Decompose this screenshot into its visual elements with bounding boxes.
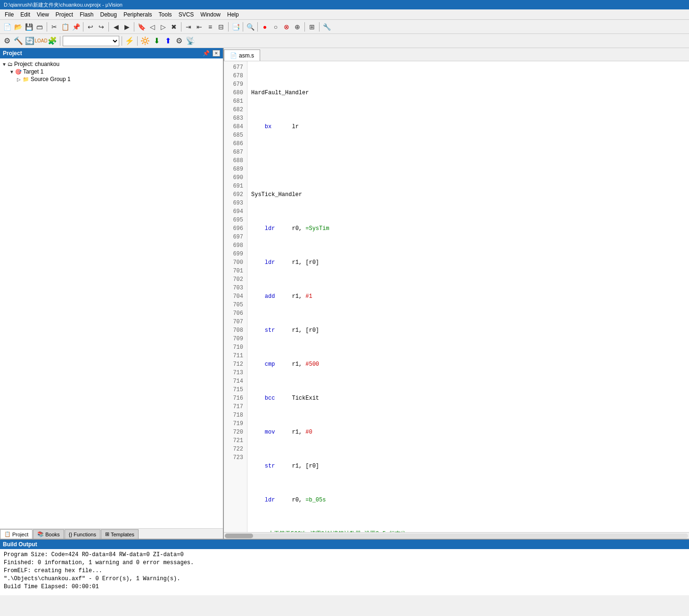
close-panel-btn[interactable]: ✕ [213, 50, 220, 57]
sep11 [60, 36, 60, 46]
redo-btn[interactable]: ↪ [96, 22, 107, 32]
code-line-685 [251, 207, 685, 216]
manage-btn[interactable]: 🧩 [47, 36, 57, 46]
cut-btn[interactable]: ✂ [49, 22, 59, 32]
build-line-3: FromELF: creating hex file... [4, 567, 685, 575]
menu-flash[interactable]: Flash [77, 10, 96, 19]
scroll-track[interactable] [225, 534, 688, 538]
code-line-684: SysTick_Handler [251, 190, 685, 199]
target-icon: 🎯 [15, 69, 22, 75]
code-line-688: ldr r1, [r0] [251, 258, 685, 267]
tab-books[interactable]: 📚 Books [33, 529, 64, 539]
code-line-700: str r1, [r0] [251, 462, 685, 470]
prev-bookmark-btn[interactable]: ◁ [147, 22, 157, 32]
menu-window[interactable]: Window [197, 10, 223, 19]
code-line-694: cmp r1, #500 [251, 360, 685, 369]
toolbar1: 📄 📂 💾 🗃 ✂ 📋 📌 ↩ ↪ ◀ ▶ 🔖 ◁ ▷ ✖ ⇥ ⇤ ≡ ⊟ 📑 … [0, 20, 689, 34]
code-line-696: bcc TickExit [251, 394, 685, 402]
build-all-btn[interactable]: ⚙ [2, 36, 12, 46]
menu-debug[interactable]: Debug [98, 10, 120, 19]
undo-btn[interactable]: ↩ [85, 22, 96, 32]
menu-view[interactable]: View [34, 10, 52, 19]
save-btn[interactable]: 💾 [24, 22, 34, 32]
clear-bookmarks-btn[interactable]: ✖ [169, 22, 179, 32]
code-scrollbar[interactable] [224, 532, 689, 539]
code-line-683 [251, 173, 685, 182]
editor-tabs: 📄 asm.s [224, 48, 689, 61]
code-line-698: mov r1, #0 [251, 428, 685, 436]
download-btn[interactable]: ⬇ [151, 36, 162, 46]
paste-btn[interactable]: 📌 [71, 22, 81, 32]
debug-settings-btn[interactable]: ⚙ [174, 36, 184, 46]
sep7 [243, 22, 243, 32]
menu-project[interactable]: Project [53, 10, 76, 19]
line-numbers: 677 678 679 680 681 682 683 684 685 686 … [224, 61, 247, 532]
target-select[interactable]: Target 1 [63, 36, 119, 46]
save-all-btn[interactable]: 🗃 [34, 22, 45, 32]
code-line-697 [251, 411, 685, 419]
code-line-689 [251, 275, 685, 284]
source-group-label: Source Group 1 [31, 76, 71, 82]
nav-fwd-btn[interactable]: ▶ [122, 22, 132, 32]
load-btn[interactable]: LOAD [36, 36, 46, 46]
pin-icon: 📌 [203, 50, 210, 57]
indent-btn[interactable]: ⇥ [183, 22, 194, 32]
tab-functions[interactable]: {} Functions [65, 529, 100, 539]
code-line-703 [251, 513, 685, 521]
rebuild-btn[interactable]: 🔄 [25, 36, 35, 46]
code-line-701 [251, 479, 685, 487]
options-btn[interactable]: ⚡ [124, 36, 135, 46]
scroll-thumb[interactable] [225, 534, 253, 538]
new-file-btn[interactable]: 📄 [2, 22, 12, 32]
target-item[interactable]: ▼ 🎯 Target 1 [9, 68, 221, 75]
code-line-692: str r1, [r0] [251, 326, 685, 335]
run-btn[interactable]: ● [260, 22, 270, 32]
menu-edit[interactable]: Edit [17, 10, 33, 19]
menu-peripherals[interactable]: Peripherals [121, 10, 155, 19]
new-uvision-btn[interactable]: 🔆 [140, 36, 150, 46]
nav-back-btn[interactable]: ◀ [111, 22, 121, 32]
open-btn[interactable]: 📂 [13, 22, 23, 32]
target-expand-icon: ▼ [9, 69, 14, 74]
find-btn[interactable]: 🔍 [245, 22, 255, 32]
menu-svcs[interactable]: SVCS [176, 10, 197, 19]
stop-btn[interactable]: ⊗ [281, 22, 292, 32]
open-doc-btn[interactable]: 📑 [230, 22, 241, 32]
project-name: Project: chuankou [14, 61, 59, 67]
tab-templates[interactable]: ⊞ Templates [101, 529, 139, 539]
menu-tools[interactable]: Tools [156, 10, 175, 19]
remote-btn[interactable]: 📡 [185, 36, 196, 46]
code-line-677 [251, 72, 685, 80]
sep13 [137, 36, 138, 46]
sep6 [228, 22, 229, 32]
code-line-702: ldr r0, =b_05s [251, 496, 685, 504]
code-line-699 [251, 445, 685, 453]
menu-file[interactable]: File [2, 10, 16, 19]
sep10 [319, 22, 320, 32]
menu-help[interactable]: Help [224, 10, 242, 19]
bookmark-btn[interactable]: 🔖 [136, 22, 147, 32]
code-line-678: HardFault_Handler [251, 89, 685, 97]
sep5 [181, 22, 181, 32]
pause-btn[interactable]: ○ [271, 22, 281, 32]
step-btn[interactable]: ⊕ [292, 22, 303, 32]
format-btn[interactable]: ≡ [205, 22, 215, 32]
code-content[interactable]: HardFault_Handler bx lr SysTick_Handler … [247, 61, 689, 532]
editor-area: 📄 asm.s 677 678 679 680 681 682 683 684 [224, 48, 689, 539]
code-area[interactable]: 677 678 679 680 681 682 683 684 685 686 … [224, 61, 689, 532]
build-btn[interactable]: 🔨 [13, 36, 24, 46]
layout-btn[interactable]: ⊞ [307, 22, 317, 32]
format2-btn[interactable]: ⊟ [216, 22, 226, 32]
source-group-item[interactable]: ▷ 📁 Source Group 1 [17, 75, 221, 83]
tab-project[interactable]: 📋 Project [0, 529, 33, 539]
unindent-btn[interactable]: ⇤ [194, 22, 205, 32]
next-bookmark-btn[interactable]: ▷ [158, 22, 168, 32]
project-root[interactable]: ▼ 🗂 Project: chuankou [2, 60, 221, 68]
code-line-680: bx lr [251, 123, 685, 131]
copy-btn[interactable]: 📋 [60, 22, 70, 32]
editor-tab-asm[interactable]: 📄 asm.s [224, 49, 260, 61]
title-bar: D:\qianrushi\新建文件夹\chuankou.uvprojx - µV… [0, 0, 689, 9]
erase-btn[interactable]: ⬆ [163, 36, 173, 46]
settings-btn[interactable]: 🔧 [321, 22, 332, 32]
code-line-687 [251, 241, 685, 250]
